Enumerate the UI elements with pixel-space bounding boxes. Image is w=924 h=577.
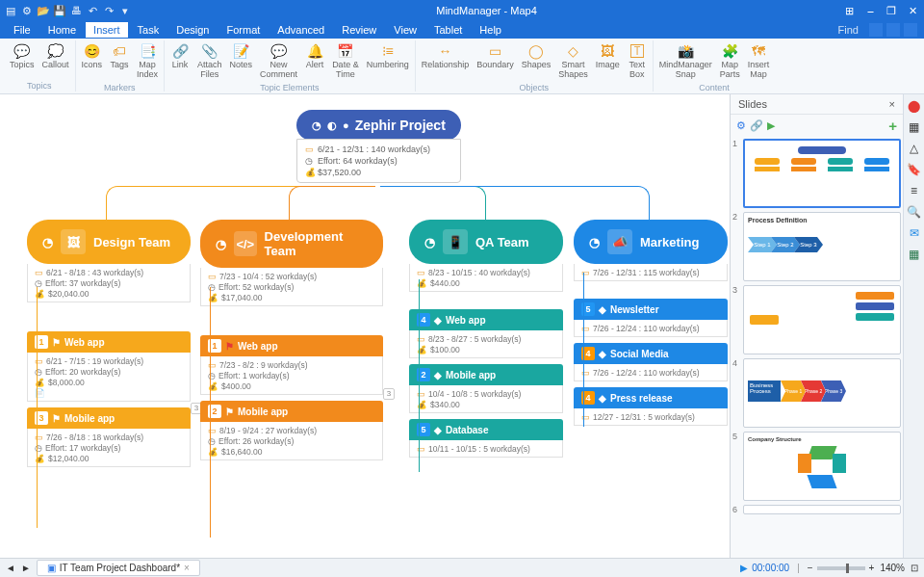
layers-icon[interactable]: ≡: [907, 183, 922, 198]
slide-thumb-4[interactable]: 4 Business Process Phase 1 Phase 2 Phase…: [732, 358, 901, 428]
tag-icon[interactable]: 🔖: [907, 162, 922, 177]
panel-close-icon[interactable]: ×: [889, 98, 895, 110]
task-database[interactable]: 5◆Database ▭10/11 - 10/15 : 5 workday(s): [409, 419, 563, 458]
slide-thumb-1[interactable]: 1: [732, 139, 901, 208]
tab-advanced[interactable]: Advanced: [270, 22, 332, 38]
task-mobile-app[interactable]: 3⚑Mobile app ▭7/26 - 8/18 : 18 workday(s…: [27, 407, 191, 467]
team-qa[interactable]: ◔ 📱 QA Team ▭8/23 - 10/15 : 40 workday(s…: [409, 220, 563, 458]
tab-view[interactable]: View: [386, 22, 424, 38]
tab-close-icon[interactable]: ×: [184, 563, 190, 573]
link-icon[interactable]: 🔗: [750, 119, 763, 132]
redo-icon[interactable]: ↷: [102, 4, 116, 17]
tab-file[interactable]: File: [6, 22, 38, 38]
team-label: Development Team: [265, 229, 368, 258]
root-topic[interactable]: ◔ ◐ ● Zephir Project ▭6/21 - 12/31 : 140…: [296, 110, 461, 183]
ribbon-link-button[interactable]: 🔗Link: [167, 40, 193, 72]
ribbon-icons-button[interactable]: 😊Icons: [78, 40, 107, 72]
ribbon-text-box-button[interactable]: 🅃TextBox: [624, 40, 651, 82]
search-icon[interactable]: 🔍: [907, 204, 922, 220]
team-design[interactable]: ◔ 🖼 Design Team ▭6/21 - 8/18 : 43 workda…: [27, 220, 191, 467]
tab-design[interactable]: Design: [168, 22, 217, 38]
ribbon-topics-button[interactable]: 💬Topics: [6, 40, 38, 72]
outlook-icon[interactable]: ✉: [907, 225, 922, 241]
ribbon-boundary-button[interactable]: ▭Boundary: [473, 40, 518, 72]
zoom-slider[interactable]: [817, 566, 865, 570]
zoom-in-icon[interactable]: +: [869, 563, 875, 573]
task-web-app[interactable]: 1⚑Web app ▭7/23 - 8/2 : 9 workday(s) ◷Ef…: [200, 335, 383, 395]
calendar-icon: ▭: [35, 268, 43, 277]
minimize-icon[interactable]: ‒: [862, 5, 878, 17]
slides-list[interactable]: 1 2 Process Definition Step 1: [731, 137, 903, 558]
play-icon[interactable]: ▶: [767, 119, 775, 132]
tab-insert[interactable]: Insert: [86, 22, 128, 38]
tab-nav-right-icon[interactable]: ►: [21, 563, 31, 573]
find-label[interactable]: Find: [838, 24, 859, 36]
pie-icon: ◔: [312, 119, 321, 132]
team-label: QA Team: [475, 235, 529, 249]
task-mobile-app[interactable]: 2◆Mobile app ▭10/4 - 10/8 : 5 workday(s)…: [409, 364, 563, 413]
new-icon[interactable]: ▤: [4, 4, 17, 17]
ribbon-insert-map-button[interactable]: 🗺InsertMap: [744, 40, 774, 82]
root-header[interactable]: ◔ ◐ ● Zephir Project: [296, 110, 461, 141]
ribbon-attach-files-button[interactable]: 📎AttachFiles: [193, 40, 226, 82]
tab-nav-left-icon[interactable]: ◄: [6, 563, 15, 573]
add-slide-icon[interactable]: +: [888, 118, 897, 134]
ribbon-numbering-button[interactable]: ⁝≡Numbering: [363, 40, 413, 72]
zoom-out-icon[interactable]: −: [808, 563, 813, 573]
gear-icon[interactable]: ⚙: [20, 4, 34, 17]
document-tab[interactable]: ▣ IT Team Project Dashboard* ×: [37, 560, 200, 576]
task-press-release[interactable]: 4◆Press release ▭12/27 - 12/31 : 5 workd…: [574, 387, 728, 426]
ribbon-image-button[interactable]: 🖼Image: [592, 40, 624, 72]
tab-format[interactable]: Format: [218, 22, 268, 38]
fit-icon[interactable]: ⊡: [911, 563, 918, 573]
maximize-icon[interactable]: ❐: [884, 5, 899, 17]
ribbon-notes-button[interactable]: 📝Notes: [226, 40, 257, 72]
ribbon-alert-button[interactable]: 🔔Alert: [301, 40, 328, 72]
panel-toggle-3-icon[interactable]: [904, 23, 917, 37]
ribbon-date-time-button[interactable]: 📅Date &Time: [328, 40, 363, 82]
gear-icon[interactable]: ⚙: [736, 119, 746, 132]
slide-thumb-2[interactable]: 2 Process Definition Step 1 Step 2 Step …: [732, 212, 901, 281]
print-icon[interactable]: 🖶: [69, 4, 83, 17]
panel-toggle-2-icon[interactable]: [886, 23, 900, 37]
tab-task[interactable]: Task: [130, 22, 167, 38]
ribbon-shapes-button[interactable]: ◯Shapes: [518, 40, 555, 72]
tab-help[interactable]: Help: [472, 22, 509, 38]
panel-toggle-1-icon[interactable]: [869, 23, 883, 37]
ribbon-relationship-button[interactable]: ↔Relationship: [418, 40, 474, 72]
record-icon[interactable]: ▶: [740, 563, 748, 573]
task-web-app[interactable]: 4◆Web app ▭8/23 - 8/27 : 5 workday(s) 💰$…: [409, 309, 563, 358]
slide-thumb-5[interactable]: 5 Company Structure: [732, 432, 901, 501]
ribbon-icon: 📸: [677, 42, 694, 60]
open-icon[interactable]: 📂: [37, 4, 50, 17]
task-pane-icon[interactable]: ⬤: [907, 98, 922, 114]
slide-thumb-6[interactable]: 6: [732, 505, 901, 514]
ribbon-options-icon[interactable]: ⊞: [841, 5, 857, 17]
undo-icon[interactable]: ↶: [86, 4, 99, 17]
ribbon-mindmanager-snap-button[interactable]: 📸MindManagerSnap: [655, 40, 716, 82]
task-web-app[interactable]: 1⚑Web app ▭6/21 - 7/15 : 19 workday(s) ◷…: [27, 331, 191, 402]
ribbon-map-parts-button[interactable]: 🧩MapParts: [716, 40, 744, 82]
ribbon-new-comment-button[interactable]: 💬NewComment: [256, 40, 301, 82]
task-mobile-app[interactable]: 2⚑Mobile app ▭8/19 - 9/24 : 27 workday(s…: [200, 401, 383, 460]
slide-thumb-3[interactable]: 3: [732, 285, 901, 354]
team-dev[interactable]: ◔ </> Development Team ▭7/23 - 10/4 : 52…: [200, 220, 383, 460]
ribbon-tags-button[interactable]: 🏷Tags: [106, 40, 133, 72]
task-newsletter[interactable]: 5◆Newsletter ▭7/26 - 12/24 : 110 workday…: [574, 299, 728, 337]
qat-more-icon[interactable]: ▾: [118, 4, 132, 17]
task-social-media[interactable]: 4◆Social Media ▭7/26 - 12/24 : 110 workd…: [574, 343, 728, 381]
tab-tablet[interactable]: Tablet: [426, 22, 470, 38]
tab-home[interactable]: Home: [40, 22, 84, 38]
team-marketing[interactable]: ◔ 📣 Marketing ▭7/26 - 12/31 : 115 workda…: [574, 220, 728, 426]
close-icon[interactable]: ✕: [905, 5, 920, 17]
grid-icon[interactable]: ▦: [907, 119, 922, 135]
save-icon[interactable]: 💾: [53, 4, 66, 17]
ribbon-map-index-button[interactable]: 📑MapIndex: [133, 40, 162, 82]
shapes-icon[interactable]: △: [907, 141, 922, 156]
ribbon-callout-button[interactable]: 💭Callout: [38, 40, 73, 72]
excel-icon[interactable]: ▦: [907, 247, 922, 262]
tab-review[interactable]: Review: [334, 22, 384, 38]
ribbon-smart-shapes-button[interactable]: ◇SmartShapes: [554, 40, 592, 82]
collapse-badge[interactable]: 3: [383, 388, 395, 400]
map-canvas[interactable]: ◔ ◐ ● Zephir Project ▭6/21 - 12/31 : 140…: [0, 94, 730, 558]
